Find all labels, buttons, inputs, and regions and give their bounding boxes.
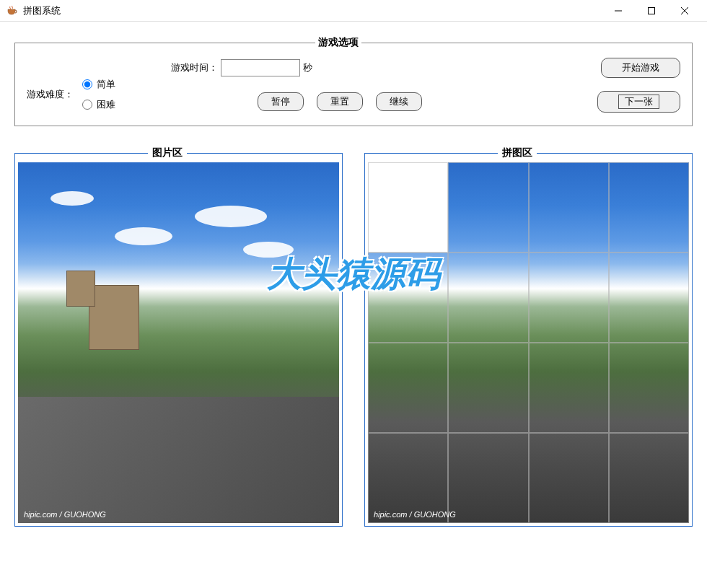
minimize-button[interactable] <box>602 0 635 22</box>
puzzle-grid <box>368 162 689 523</box>
puzzle-tile[interactable] <box>529 253 609 343</box>
game-options-panel: 游戏选项 游戏时间： 秒 开始游戏 游戏难度： 简单 <box>14 36 693 126</box>
java-cup-icon <box>6 5 17 17</box>
difficulty-label: 游戏难度： <box>27 88 74 101</box>
options-legend: 游戏选项 <box>315 36 361 49</box>
time-block: 游戏时间： 秒 <box>171 59 312 76</box>
puzzle-tile[interactable] <box>368 253 448 343</box>
window-title: 拼图系统 <box>23 4 602 17</box>
puzzle-tile[interactable] <box>529 433 609 523</box>
difficulty-easy-radio[interactable] <box>82 79 92 89</box>
next-image-button[interactable]: 下一张 <box>597 91 680 113</box>
reference-image: hipic.com / GUOHONG <box>18 162 339 523</box>
puzzle-tile-empty[interactable] <box>368 162 448 253</box>
puzzle-tile[interactable] <box>368 343 448 433</box>
puzzle-tile[interactable] <box>448 433 528 523</box>
reference-legend: 图片区 <box>148 146 187 159</box>
time-label: 游戏时间： <box>171 61 218 74</box>
svg-rect-1 <box>649 7 655 14</box>
puzzle-tile[interactable] <box>448 162 528 253</box>
image-credit: hipic.com / GUOHONG <box>24 510 106 519</box>
difficulty-block: 游戏难度： 简单 困难 <box>27 78 115 111</box>
puzzle-panel: 拼图区 <box>364 146 693 527</box>
puzzle-tile[interactable] <box>529 343 609 433</box>
maximize-button[interactable] <box>635 0 668 22</box>
puzzle-tile[interactable] <box>609 343 689 433</box>
reset-button[interactable]: 重置 <box>317 92 363 111</box>
puzzle-tile[interactable] <box>529 162 609 253</box>
difficulty-easy-option[interactable]: 简单 <box>82 78 115 91</box>
close-button[interactable] <box>668 0 701 22</box>
continue-button[interactable]: 继续 <box>376 92 422 111</box>
puzzle-tile[interactable] <box>448 343 528 433</box>
puzzle-tile[interactable] <box>609 433 689 523</box>
image-credit: hipic.com / GUOHONG <box>374 510 456 519</box>
titlebar: 拼图系统 <box>0 0 707 22</box>
puzzle-tile[interactable] <box>609 253 689 343</box>
start-game-button[interactable]: 开始游戏 <box>601 58 680 78</box>
time-unit: 秒 <box>303 61 312 74</box>
window-controls <box>602 0 701 22</box>
difficulty-hard-option[interactable]: 困难 <box>82 98 115 111</box>
puzzle-tile[interactable] <box>448 253 528 343</box>
content-area: 游戏选项 游戏时间： 秒 开始游戏 游戏难度： 简单 <box>0 22 707 541</box>
game-time-input[interactable] <box>221 59 300 76</box>
puzzle-tile[interactable] <box>609 162 689 253</box>
difficulty-hard-radio[interactable] <box>82 100 92 110</box>
reference-image-panel: 图片区 hipic.com / GUOHONG <box>14 146 343 527</box>
puzzle-legend: 拼图区 <box>498 146 537 159</box>
pause-button[interactable]: 暂停 <box>258 92 304 111</box>
puzzle-area: hipic.com / GUOHONG <box>368 162 689 523</box>
